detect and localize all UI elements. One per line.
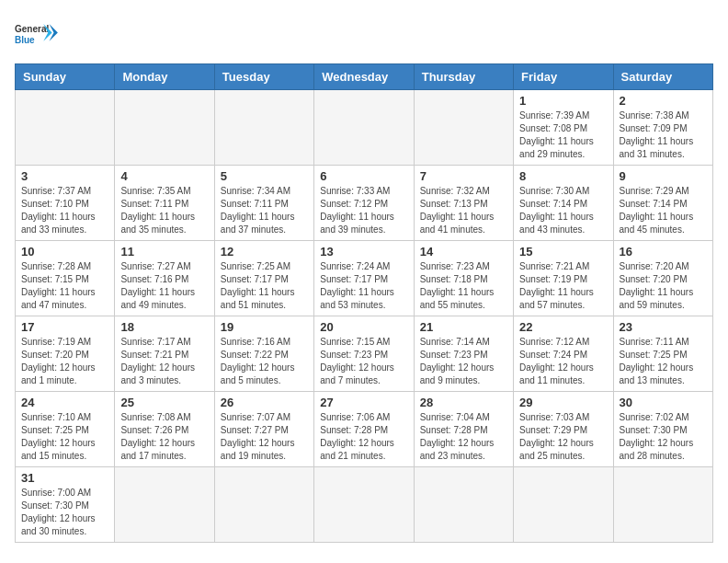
day-info: Sunrise: 7:32 AM Sunset: 7:13 PM Dayligh…: [420, 185, 507, 236]
day-number: 1: [519, 94, 607, 108]
day-info: Sunrise: 7:27 AM Sunset: 7:16 PM Dayligh…: [120, 260, 208, 312]
day-number: 2: [620, 94, 707, 108]
calendar-cell: 14Sunrise: 7:23 AM Sunset: 7:18 PM Dayli…: [414, 241, 513, 316]
day-info: Sunrise: 7:00 AM Sunset: 7:30 PM Dayligh…: [21, 487, 108, 538]
day-number: 24: [21, 396, 108, 409]
logo: General Blue: [15, 15, 61, 56]
column-header-tuesday: Tuesday: [214, 64, 313, 90]
calendar-cell: 15Sunrise: 7:21 AM Sunset: 7:19 PM Dayli…: [514, 241, 613, 316]
day-info: Sunrise: 7:16 AM Sunset: 7:22 PM Dayligh…: [221, 336, 308, 387]
svg-text:Blue: Blue: [15, 35, 35, 45]
calendar-cell: 18Sunrise: 7:17 AM Sunset: 7:21 PM Dayli…: [115, 316, 214, 392]
day-number: 26: [221, 396, 308, 409]
page-header: General Blue: [15, 15, 713, 56]
calendar-cell: 22Sunrise: 7:12 AM Sunset: 7:24 PM Dayli…: [514, 316, 613, 392]
day-number: 3: [21, 169, 108, 183]
calendar-week-4: 17Sunrise: 7:19 AM Sunset: 7:20 PM Dayli…: [16, 316, 713, 392]
day-info: Sunrise: 7:35 AM Sunset: 7:11 PM Dayligh…: [120, 185, 208, 236]
calendar-table: SundayMondayTuesdayWednesdayThursdayFrid…: [15, 63, 713, 543]
day-info: Sunrise: 7:06 AM Sunset: 7:28 PM Dayligh…: [320, 411, 407, 463]
logo-svg: General Blue: [15, 15, 61, 56]
calendar-cell: 17Sunrise: 7:19 AM Sunset: 7:20 PM Dayli…: [16, 316, 115, 392]
calendar-cell: 2Sunrise: 7:38 AM Sunset: 7:09 PM Daylig…: [613, 90, 712, 166]
column-header-saturday: Saturday: [613, 64, 712, 90]
day-info: Sunrise: 7:15 AM Sunset: 7:23 PM Dayligh…: [320, 336, 407, 387]
calendar-cell: 30Sunrise: 7:02 AM Sunset: 7:30 PM Dayli…: [613, 392, 712, 467]
day-number: 6: [320, 169, 407, 183]
day-number: 11: [120, 245, 208, 259]
day-number: 29: [519, 396, 607, 409]
day-info: Sunrise: 7:04 AM Sunset: 7:28 PM Dayligh…: [420, 411, 507, 463]
day-info: Sunrise: 7:33 AM Sunset: 7:12 PM Dayligh…: [320, 185, 407, 236]
day-info: Sunrise: 7:37 AM Sunset: 7:10 PM Dayligh…: [21, 185, 108, 236]
calendar-cell: [214, 467, 313, 543]
calendar-cell: 11Sunrise: 7:27 AM Sunset: 7:16 PM Dayli…: [115, 241, 214, 316]
calendar-cell: 31Sunrise: 7:00 AM Sunset: 7:30 PM Dayli…: [16, 467, 115, 543]
calendar-week-5: 24Sunrise: 7:10 AM Sunset: 7:25 PM Dayli…: [16, 392, 713, 467]
calendar-cell: 1Sunrise: 7:39 AM Sunset: 7:08 PM Daylig…: [514, 90, 613, 166]
day-info: Sunrise: 7:12 AM Sunset: 7:24 PM Dayligh…: [519, 336, 607, 387]
calendar-cell: 4Sunrise: 7:35 AM Sunset: 7:11 PM Daylig…: [115, 166, 214, 241]
calendar-cell: 6Sunrise: 7:33 AM Sunset: 7:12 PM Daylig…: [314, 166, 414, 241]
calendar-cell: [16, 90, 115, 166]
calendar-cell: [514, 467, 613, 543]
calendar-cell: 29Sunrise: 7:03 AM Sunset: 7:29 PM Dayli…: [514, 392, 613, 467]
day-number: 23: [620, 320, 707, 334]
day-number: 12: [221, 245, 308, 259]
day-number: 27: [320, 396, 407, 409]
day-info: Sunrise: 7:38 AM Sunset: 7:09 PM Dayligh…: [620, 109, 707, 161]
calendar-cell: 9Sunrise: 7:29 AM Sunset: 7:14 PM Daylig…: [613, 166, 712, 241]
svg-text:General: General: [15, 24, 49, 34]
day-info: Sunrise: 7:19 AM Sunset: 7:20 PM Dayligh…: [21, 336, 108, 387]
day-info: Sunrise: 7:11 AM Sunset: 7:25 PM Dayligh…: [620, 336, 707, 387]
day-number: 9: [620, 169, 707, 183]
day-number: 30: [620, 396, 707, 409]
day-info: Sunrise: 7:02 AM Sunset: 7:30 PM Dayligh…: [620, 411, 707, 463]
day-info: Sunrise: 7:25 AM Sunset: 7:17 PM Dayligh…: [221, 260, 308, 312]
day-info: Sunrise: 7:17 AM Sunset: 7:21 PM Dayligh…: [120, 336, 208, 387]
day-number: 28: [420, 396, 507, 409]
day-number: 14: [420, 245, 507, 259]
calendar-cell: 3Sunrise: 7:37 AM Sunset: 7:10 PM Daylig…: [16, 166, 115, 241]
day-number: 22: [519, 320, 607, 334]
column-header-thursday: Thursday: [414, 64, 513, 90]
day-number: 25: [120, 396, 208, 409]
day-number: 17: [21, 320, 108, 334]
day-number: 20: [320, 320, 407, 334]
day-info: Sunrise: 7:23 AM Sunset: 7:18 PM Dayligh…: [420, 260, 507, 312]
day-info: Sunrise: 7:07 AM Sunset: 7:27 PM Dayligh…: [221, 411, 308, 463]
calendar-cell: 12Sunrise: 7:25 AM Sunset: 7:17 PM Dayli…: [214, 241, 313, 316]
calendar-cell: 7Sunrise: 7:32 AM Sunset: 7:13 PM Daylig…: [414, 166, 513, 241]
calendar-cell: [115, 90, 214, 166]
calendar-week-3: 10Sunrise: 7:28 AM Sunset: 7:15 PM Dayli…: [16, 241, 713, 316]
day-info: Sunrise: 7:30 AM Sunset: 7:14 PM Dayligh…: [519, 185, 607, 236]
day-number: 19: [221, 320, 308, 334]
day-info: Sunrise: 7:34 AM Sunset: 7:11 PM Dayligh…: [221, 185, 308, 236]
day-info: Sunrise: 7:29 AM Sunset: 7:14 PM Dayligh…: [620, 185, 707, 236]
day-number: 8: [519, 169, 607, 183]
calendar-cell: 19Sunrise: 7:16 AM Sunset: 7:22 PM Dayli…: [214, 316, 313, 392]
calendar-cell: 24Sunrise: 7:10 AM Sunset: 7:25 PM Dayli…: [16, 392, 115, 467]
calendar-cell: 26Sunrise: 7:07 AM Sunset: 7:27 PM Dayli…: [214, 392, 313, 467]
day-info: Sunrise: 7:03 AM Sunset: 7:29 PM Dayligh…: [519, 411, 607, 463]
calendar-cell: 16Sunrise: 7:20 AM Sunset: 7:20 PM Dayli…: [613, 241, 712, 316]
day-info: Sunrise: 7:10 AM Sunset: 7:25 PM Dayligh…: [21, 411, 108, 463]
calendar-cell: 27Sunrise: 7:06 AM Sunset: 7:28 PM Dayli…: [314, 392, 414, 467]
calendar-cell: [115, 467, 214, 543]
calendar-cell: 5Sunrise: 7:34 AM Sunset: 7:11 PM Daylig…: [214, 166, 313, 241]
day-number: 7: [420, 169, 507, 183]
calendar-cell: [613, 467, 712, 543]
day-number: 18: [120, 320, 208, 334]
column-header-wednesday: Wednesday: [314, 64, 414, 90]
calendar-cell: 13Sunrise: 7:24 AM Sunset: 7:17 PM Dayli…: [314, 241, 414, 316]
day-info: Sunrise: 7:21 AM Sunset: 7:19 PM Dayligh…: [519, 260, 607, 312]
calendar-cell: 28Sunrise: 7:04 AM Sunset: 7:28 PM Dayli…: [414, 392, 513, 467]
day-info: Sunrise: 7:14 AM Sunset: 7:23 PM Dayligh…: [420, 336, 507, 387]
day-number: 10: [21, 245, 108, 259]
calendar-cell: [314, 467, 414, 543]
calendar-week-1: 1Sunrise: 7:39 AM Sunset: 7:08 PM Daylig…: [16, 90, 713, 166]
day-number: 4: [120, 169, 208, 183]
day-info: Sunrise: 7:28 AM Sunset: 7:15 PM Dayligh…: [21, 260, 108, 312]
calendar-cell: [414, 90, 513, 166]
calendar-week-2: 3Sunrise: 7:37 AM Sunset: 7:10 PM Daylig…: [16, 166, 713, 241]
